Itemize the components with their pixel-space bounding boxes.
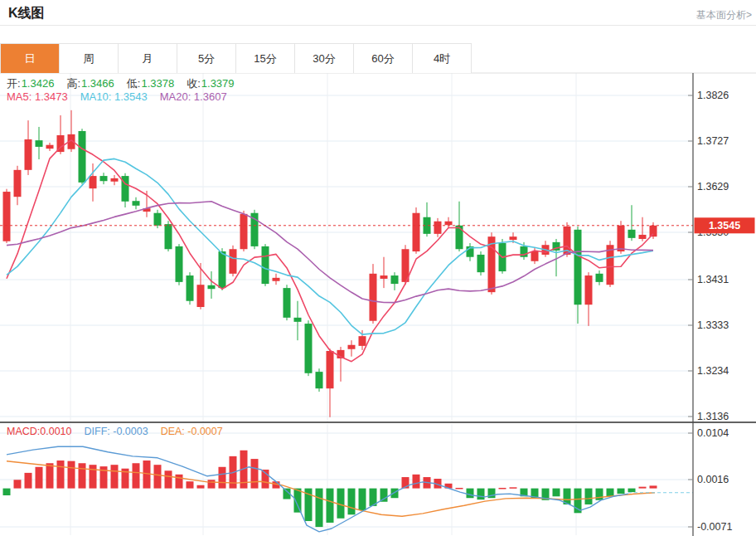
- macd-bar: [650, 485, 657, 488]
- ohlc-legend: 开:1.3426 高:1.3466 低:1.3378 收:1.3379: [7, 76, 235, 91]
- candle-body: [477, 255, 485, 272]
- candle-body: [230, 249, 237, 274]
- macd-bar: [176, 475, 183, 489]
- axis-tick-label: 1.3629: [697, 181, 729, 192]
- macd-bar: [14, 480, 22, 488]
- candle-body: [90, 176, 97, 188]
- candle-body: [197, 285, 205, 307]
- axis-tick-label: 1.3727: [697, 135, 729, 147]
- macd-bar: [3, 489, 11, 495]
- candle-body: [639, 235, 647, 239]
- close-item: 收:1.3379: [187, 76, 234, 91]
- axis-tick-label: 1.3431: [697, 274, 729, 285]
- candle-body: [305, 324, 313, 373]
- macd-bar: [133, 463, 140, 488]
- candle-body: [273, 278, 280, 281]
- ma10-value: MA10: 1.3543: [80, 90, 148, 103]
- candle-body: [380, 275, 388, 279]
- candle-body: [359, 336, 366, 346]
- macd-bar: [639, 487, 647, 489]
- candle-body: [187, 275, 194, 301]
- macd-bar: [348, 489, 356, 515]
- dea-value: DEA: -0.0007: [161, 426, 223, 437]
- macd-bar: [499, 488, 506, 490]
- macd-bar: [413, 475, 420, 489]
- macd-bar: [79, 463, 86, 488]
- ma-legend: MA5: 1.3473 MA10: 1.3543 MA20: 1.3607: [7, 90, 227, 103]
- tab-period-7[interactable]: 4时: [413, 44, 472, 73]
- macd-bar: [68, 461, 75, 489]
- candle-body: [133, 201, 140, 206]
- axis-tick-label: 1.3234: [697, 365, 729, 377]
- candle-body: [391, 275, 399, 284]
- axis-tick-label: 1.3545: [709, 220, 740, 231]
- candle-body: [413, 213, 420, 251]
- macd-bar: [585, 489, 593, 504]
- kline-page: K线图 基本面分析> 日周月5分15分30分60分4时 1.38261.3727…: [0, 0, 756, 536]
- close-value: 1.3379: [201, 77, 235, 90]
- candle-body: [370, 274, 377, 321]
- macd-bar: [111, 465, 119, 488]
- macd-bar: [316, 489, 323, 527]
- candle-body: [25, 139, 32, 170]
- axis-tick-label: 1.3136: [697, 411, 729, 422]
- tab-period-0[interactable]: 日: [1, 44, 60, 73]
- macd-bar: [25, 473, 32, 489]
- high-value: 1.3466: [81, 77, 114, 90]
- candle-body: [219, 251, 226, 288]
- candle-body: [176, 246, 183, 282]
- candle-body: [585, 275, 593, 305]
- tab-period-5[interactable]: 30分: [295, 44, 354, 73]
- macd-bar: [154, 465, 162, 488]
- candle-body: [596, 274, 603, 282]
- macd-bar: [359, 489, 366, 510]
- macd-bar: [553, 489, 560, 497]
- macd-bar: [208, 480, 216, 488]
- macd-bar: [327, 489, 334, 523]
- macd-legend: MACD:0.0010 DIFF: -0.0003 DEA: -0.0007: [7, 426, 223, 437]
- macd-bar: [628, 489, 636, 493]
- ma20-value: MA20: 1.3607: [160, 90, 227, 103]
- macd-bar: [165, 470, 172, 488]
- tab-period-3[interactable]: 5分: [177, 44, 236, 73]
- ma5-value: MA5: 1.3473: [7, 90, 68, 103]
- macd-bar: [618, 489, 625, 494]
- candle-body: [208, 285, 216, 289]
- tab-period-2[interactable]: 月: [119, 44, 177, 73]
- macd-bar: [510, 487, 517, 489]
- macd-bar: [90, 465, 97, 488]
- low-value: 1.3378: [141, 77, 174, 90]
- candle-body: [628, 230, 636, 238]
- candle-body: [348, 345, 356, 349]
- macd-bar: [46, 463, 54, 488]
- candle-body: [14, 170, 22, 197]
- candle-body: [100, 176, 108, 181]
- candle-body: [46, 145, 54, 149]
- axis-tick-label: 1.3826: [697, 90, 729, 101]
- macd-bar: [36, 467, 43, 489]
- candle-body: [434, 222, 442, 234]
- candle-body: [510, 236, 517, 240]
- candle-body: [574, 230, 582, 305]
- macd-bar: [197, 485, 205, 489]
- macd-value: MACD:0.0010: [7, 426, 72, 437]
- candle-body: [618, 226, 625, 251]
- axis-tick-label: 0.0104: [697, 427, 729, 439]
- candle-body: [79, 131, 86, 183]
- tab-period-1[interactable]: 周: [60, 44, 119, 73]
- candle-body: [36, 140, 43, 147]
- axis-tick-label: -0.0071: [697, 521, 732, 533]
- open-value: 1.3426: [22, 77, 55, 90]
- macd-bar: [477, 489, 485, 500]
- macd-bar: [57, 460, 65, 489]
- tab-period-4[interactable]: 15分: [236, 44, 295, 73]
- low-item: 低:1.3378: [127, 76, 174, 91]
- macd-bar: [251, 459, 259, 489]
- axis-tick-label: 1.3333: [697, 319, 729, 331]
- macd-bar: [187, 481, 194, 488]
- candle-body: [165, 224, 172, 249]
- tab-period-6[interactable]: 60分: [354, 44, 413, 73]
- candle-body: [650, 226, 657, 236]
- candle-body: [154, 213, 162, 226]
- candle-body: [284, 288, 291, 318]
